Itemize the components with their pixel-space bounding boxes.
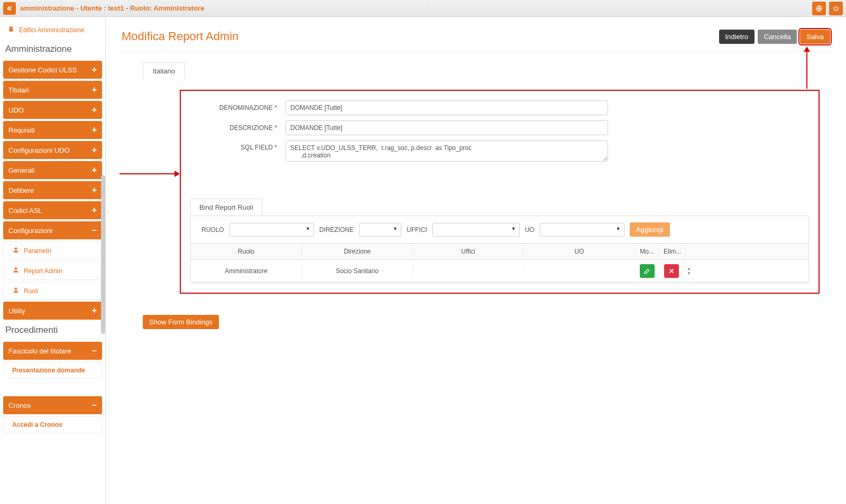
minus-icon: – — [92, 226, 97, 235]
plus-icon: + — [92, 125, 97, 135]
sidebar-sub-accedi-cronos[interactable]: Accedi a Cronos — [3, 416, 102, 433]
plus-icon: + — [92, 145, 97, 155]
sql-label: SQL FIELD * — [190, 141, 286, 151]
direzione-select[interactable] — [359, 223, 401, 237]
annotation-arrow-vertical — [806, 48, 807, 89]
plus-icon: + — [92, 206, 97, 215]
section-procedimenti: Procedimenti — [3, 322, 102, 342]
sidebar-collapse-button[interactable] — [3, 2, 16, 15]
svg-rect-2 — [10, 27, 11, 28]
plus-icon: + — [92, 185, 97, 195]
roles-grid: Ruolo Direzione Uffici UO Mo... Elim... … — [190, 243, 809, 283]
descrizione-label: DESCRIZIONE * — [190, 124, 286, 132]
plus-icon: + — [92, 85, 97, 95]
sidebar-item-codici-asl[interactable]: Codici ASL+ — [3, 201, 102, 219]
scroll-up-icon[interactable]: ▲ — [684, 266, 694, 271]
svg-point-7 — [15, 267, 17, 270]
user-icon — [12, 266, 20, 275]
uo-select[interactable] — [540, 223, 624, 237]
breadcrumb[interactable]: Edifici Amministrazione — [3, 22, 102, 41]
delete-row-button[interactable] — [664, 264, 679, 278]
cell-ruolo: Amministratore — [191, 263, 302, 279]
power-icon[interactable] — [829, 2, 843, 15]
cancel-button[interactable]: Cancella — [758, 30, 797, 44]
plus-icon: + — [92, 306, 97, 315]
svg-rect-5 — [12, 29, 12, 29]
sidebar: Edifici Amministrazione Amministrazione … — [0, 17, 106, 504]
table-row: Amministratore Socio Sanitario — [191, 260, 808, 283]
svg-rect-4 — [10, 29, 11, 29]
sidebar-item-generali[interactable]: Generali+ — [3, 161, 102, 179]
sidebar-sub-presentazione[interactable]: Presentazione domande — [3, 362, 102, 379]
sidebar-item-utility[interactable]: Utility+ — [3, 302, 102, 320]
col-ruolo: Ruolo — [191, 244, 302, 259]
svg-point-6 — [15, 247, 17, 250]
descrizione-input[interactable] — [286, 120, 608, 135]
scroll-down-icon[interactable]: ▼ — [684, 271, 694, 276]
building-icon — [7, 25, 15, 34]
plus-icon: + — [92, 65, 97, 74]
denominazione-label: DENOMINAZIONE * — [190, 104, 286, 111]
aggiungi-button[interactable]: Aggiungi — [630, 222, 670, 237]
uffici-filter-label: UFFICI — [407, 226, 427, 234]
edit-row-button[interactable] — [640, 264, 655, 278]
sidebar-item-gestione-codici[interactable]: Gestione Codici ULSS+ — [3, 61, 102, 79]
scrollbar-handle[interactable] — [101, 175, 105, 334]
col-elimina: Elim... — [659, 244, 686, 259]
uffici-select[interactable] — [433, 223, 520, 237]
breadcrumb-label: Edifici Amministrazione — [19, 26, 84, 34]
save-button[interactable]: Salva — [800, 30, 830, 44]
tab-italiano[interactable]: Italiano — [143, 62, 185, 79]
sidebar-item-udo[interactable]: UDO+ — [3, 101, 102, 119]
cell-uo — [524, 267, 635, 275]
ruolo-select[interactable] — [229, 223, 314, 237]
topbar-title: amministrazione - Utente : test1 - Ruolo… — [20, 4, 812, 12]
sidebar-item-titolari[interactable]: Titolari+ — [3, 81, 102, 99]
sql-textarea[interactable]: SELECT v.UDO_ULSS_TERR, t.rag_soc, p.des… — [286, 141, 608, 162]
svg-rect-3 — [12, 27, 12, 28]
sidebar-item-configurazioni[interactable]: Configurazioni– — [3, 221, 102, 239]
sidebar-item-fascicolo[interactable]: Fascicolo del titolare– — [3, 342, 102, 360]
annotation-arrow-horizontal — [119, 173, 179, 174]
direzione-filter-label: DIREZIONE — [319, 226, 354, 234]
col-uo: UO — [524, 244, 635, 259]
sidebar-sub-parametri[interactable]: Parametri — [3, 241, 102, 260]
plus-icon: + — [92, 165, 97, 175]
col-direzione: Direzione — [302, 244, 413, 259]
plus-icon: + — [92, 105, 97, 115]
grid-scrollbar[interactable]: ▲ ▼ — [684, 265, 694, 277]
main-content: Modifica Report Admin Indietro Cancella … — [106, 17, 846, 504]
cell-direzione: Socio Sanitario — [302, 263, 413, 279]
user-icon — [12, 286, 20, 295]
highlighted-form-area: DENOMINAZIONE * DESCRIZIONE * SQL FIELD … — [180, 90, 820, 294]
minus-icon: – — [92, 346, 97, 356]
sidebar-item-cronos[interactable]: Cronos– — [3, 396, 102, 414]
sidebar-sub-report-admin[interactable]: Report Admin — [3, 262, 102, 280]
sidebar-item-configurazioni-udo[interactable]: Configurazioni UDO+ — [3, 141, 102, 159]
svg-point-8 — [15, 287, 17, 290]
sidebar-item-delibere[interactable]: Delibere+ — [3, 181, 102, 199]
tab-bind-report-ruoli[interactable]: Bind Report Ruoli — [190, 199, 262, 216]
col-modifica: Mo... — [635, 244, 659, 259]
back-button[interactable]: Indietro — [719, 30, 755, 44]
show-form-bindings-button[interactable]: Show Form Bindings — [143, 315, 219, 329]
user-icon — [12, 246, 20, 255]
uo-filter-label: UO — [525, 226, 535, 234]
sidebar-item-requisiti[interactable]: Requisiti+ — [3, 121, 102, 139]
page-title: Modifica Report Admin — [122, 30, 238, 43]
globe-icon[interactable] — [812, 2, 826, 15]
denominazione-input[interactable] — [286, 100, 608, 115]
ruolo-filter-label: RUOLO — [201, 226, 224, 234]
svg-rect-1 — [10, 26, 13, 31]
cell-uffici — [413, 267, 524, 275]
topbar: amministrazione - Utente : test1 - Ruolo… — [0, 0, 846, 17]
section-amministrazione: Amministrazione — [3, 41, 102, 61]
col-uffici: Uffici — [413, 244, 524, 259]
sidebar-sub-ruoli[interactable]: Ruoli — [3, 282, 102, 300]
filter-bar: RUOLO DIREZIONE UFFICI UO Aggiungi — [190, 216, 809, 243]
minus-icon: – — [92, 400, 97, 410]
